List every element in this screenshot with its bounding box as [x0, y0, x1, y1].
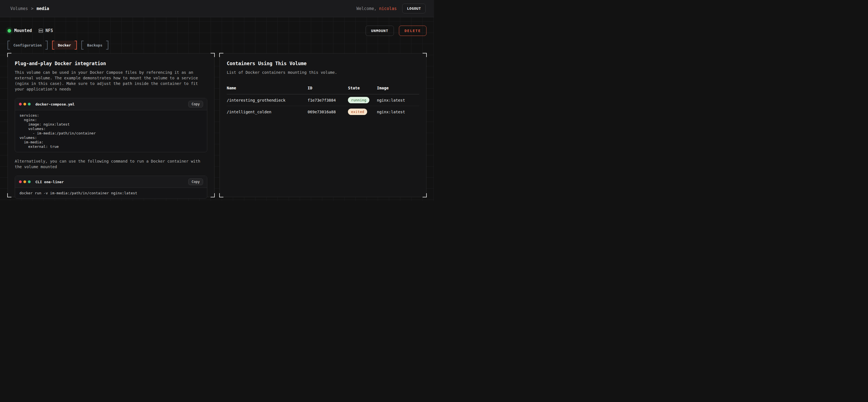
column-header-state: State: [348, 83, 377, 94]
panel-corner-icon: [219, 193, 223, 197]
breadcrumb: Volumes > media: [10, 6, 49, 11]
cli-code-header: CLI one-liner Copy: [15, 176, 207, 188]
panel-corner-icon: [211, 53, 215, 57]
compose-code-header: docker-compose.yml Copy: [15, 98, 207, 110]
welcome-prefix: Welcome,: [356, 6, 377, 11]
panel-corner-icon: [423, 193, 427, 197]
cli-code-body: docker run -v im-media:/path/in/containe…: [15, 188, 207, 199]
traffic-lights: [19, 103, 31, 105]
docker-integration-panel: Plug-and-play Docker integration This vo…: [7, 53, 215, 197]
server-icon: [38, 28, 43, 33]
compose-copy-button[interactable]: Copy: [188, 101, 203, 107]
compose-filename: docker-compose.yml: [35, 102, 75, 106]
container-name: /intelligent_colden: [227, 106, 308, 118]
username: nicolas: [379, 6, 397, 11]
traffic-light-green-icon: [28, 180, 31, 183]
tab-backups-label: Backups: [87, 43, 102, 47]
panel-corner-icon: [7, 193, 11, 197]
tab-docker[interactable]: Docker: [52, 41, 77, 49]
traffic-light-red-icon: [19, 103, 22, 105]
cli-copy-button[interactable]: Copy: [188, 178, 203, 185]
container-image: nginx:latest: [377, 106, 419, 118]
compose-code-block: docker-compose.yml Copy services: nginx:…: [15, 98, 207, 152]
main-content: Mounted NFS UNMOUNT DELETE: [0, 17, 434, 201]
bracket-right-icon: [106, 41, 108, 49]
container-image: nginx:latest: [377, 94, 419, 106]
unmount-button[interactable]: UNMOUNT: [366, 26, 394, 36]
container-id: f1e73e7f3884: [308, 94, 348, 106]
container-id: 069e73016a88: [308, 106, 348, 118]
table-row: /intelligent_colden 069e73016a88 exited …: [227, 106, 419, 118]
traffic-light-red-icon: [19, 180, 22, 183]
column-header-id: ID: [308, 83, 348, 94]
logout-button[interactable]: LOGOUT: [402, 4, 426, 13]
containers-panel-title: Containers Using This Volume: [227, 61, 419, 66]
tab-backups[interactable]: Backups: [81, 41, 108, 49]
panel-corner-icon: [7, 53, 11, 57]
status-left: Mounted NFS: [7, 28, 53, 33]
status-row: Mounted NFS UNMOUNT DELETE: [7, 17, 427, 36]
cli-intro-text: Alternatively, you can use the following…: [15, 158, 207, 170]
mounted-status-label: Mounted: [14, 28, 32, 33]
bracket-left-icon: [81, 41, 84, 49]
driver-label: NFS: [45, 28, 53, 33]
breadcrumb-separator: >: [31, 6, 33, 11]
containers-panel: Containers Using This Volume List of Doc…: [219, 53, 427, 197]
containers-panel-subtitle: List of Docker containers mounting this …: [227, 70, 419, 75]
status-badge: running: [348, 97, 369, 103]
traffic-lights: [19, 180, 31, 183]
breadcrumb-volumes-link[interactable]: Volumes: [10, 6, 28, 11]
bracket-right-icon: [75, 41, 77, 49]
panel-corner-icon: [423, 53, 427, 57]
traffic-light-green-icon: [28, 103, 31, 105]
tab-configuration-label: Configuration: [13, 43, 42, 47]
tab-configuration[interactable]: Configuration: [7, 41, 48, 49]
tab-docker-label: Docker: [58, 43, 71, 47]
mounted-status-dot-icon: [7, 29, 11, 33]
delete-button[interactable]: DELETE: [399, 26, 427, 36]
action-buttons: UNMOUNT DELETE: [366, 26, 427, 36]
cli-code-block: CLI one-liner Copy docker run -v im-medi…: [15, 176, 207, 199]
table-header-row: Name ID State Image: [227, 83, 419, 94]
container-name: /interesting_grothendieck: [227, 94, 308, 106]
cli-code-text: docker run -v im-media:/path/in/containe…: [20, 191, 203, 195]
panel-corner-icon: [219, 53, 223, 57]
docker-panel-description: This volume can be used in your Docker C…: [15, 70, 207, 92]
column-header-image: Image: [377, 83, 419, 94]
docker-panel-title: Plug-and-play Docker integration: [15, 61, 207, 66]
compose-code-text: services: nginx: image: nginx:latest vol…: [20, 113, 203, 149]
bracket-left-icon: [52, 41, 54, 49]
status-badge: exited: [348, 108, 367, 115]
column-header-name: Name: [227, 83, 308, 94]
compose-code-body: services: nginx: image: nginx:latest vol…: [15, 110, 207, 152]
tab-bar: Configuration Docker Backups: [7, 41, 427, 49]
panel-corner-icon: [211, 193, 215, 197]
breadcrumb-current-volume: media: [36, 6, 49, 11]
containers-table: Name ID State Image /interesting_grothen…: [227, 83, 419, 118]
traffic-light-yellow-icon: [23, 180, 26, 183]
topbar: Volumes > media Welcome, nicolas LOGOUT: [0, 0, 434, 17]
bracket-left-icon: [7, 41, 10, 49]
welcome-text: Welcome, nicolas: [356, 6, 397, 11]
mounted-status: Mounted: [7, 28, 32, 33]
table-row: /interesting_grothendieck f1e73e7f3884 r…: [227, 94, 419, 106]
traffic-light-yellow-icon: [23, 103, 26, 105]
panels: Plug-and-play Docker integration This vo…: [7, 53, 427, 197]
cli-filename: CLI one-liner: [35, 180, 64, 184]
topbar-right: Welcome, nicolas LOGOUT: [356, 4, 426, 13]
driver-badge: NFS: [38, 28, 53, 33]
bracket-right-icon: [45, 41, 48, 49]
